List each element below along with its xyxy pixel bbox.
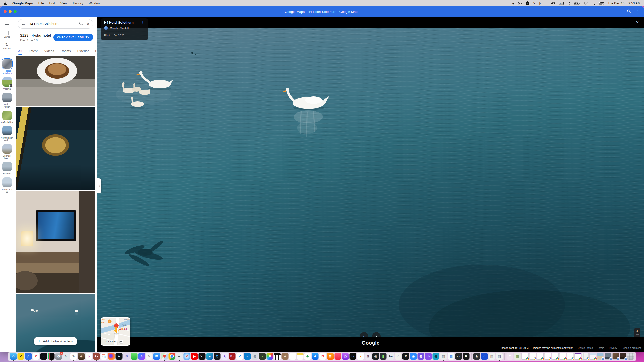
dock-gauge-app[interactable]: ◔: [40, 353, 47, 360]
rail-place-rennes[interactable]: Rennes: [0, 162, 14, 175]
shortcuts-clock-icon[interactable]: ✓: [518, 2, 522, 5]
dock-home-app[interactable]: ⌂: [481, 353, 488, 360]
photo-of-swans[interactable]: [97, 28, 644, 337]
dock-transit-app[interactable]: ✚: [304, 353, 311, 360]
dock-messenger[interactable]: ϟ: [138, 353, 145, 360]
tab-all[interactable]: All: [18, 47, 22, 55]
dock-console-app[interactable]: ▮: [380, 353, 387, 360]
footer-link-terms[interactable]: Terms: [597, 347, 604, 349]
search-input[interactable]: H4 Hotel Solothurn: [29, 22, 76, 26]
dock-chrome-window-5[interactable]: [552, 353, 559, 360]
dock-apple-tv[interactable]: tv: [350, 353, 356, 360]
battery-icon[interactable]: [574, 1, 580, 5]
dock-usb-utility[interactable]: ψ: [86, 353, 92, 360]
search-box[interactable]: ← H4 Hotel Solothurn ×: [18, 19, 93, 29]
dock-mail[interactable]: ✉: [153, 353, 160, 360]
input-source-icon[interactable]: Aa: [559, 1, 564, 5]
clear-search-icon[interactable]: ×: [87, 22, 89, 26]
dock-print-center[interactable]: ▥: [448, 353, 455, 360]
tab-videos[interactable]: Videos: [44, 47, 54, 55]
dock-statue-app[interactable]: ♞: [473, 353, 480, 360]
dock-chrome-window-7[interactable]: [567, 353, 574, 360]
dock-firefox[interactable]: [108, 353, 115, 360]
dock-bluetooth-app[interactable]: β: [25, 353, 32, 360]
tab-latest[interactable]: Latest: [29, 47, 38, 55]
window-titlebar[interactable]: Google Maps - H4 Hotel Solothurn - Googl…: [0, 6, 644, 17]
zoom-in-button[interactable]: +: [634, 328, 640, 334]
back-icon[interactable]: ←: [21, 21, 26, 26]
dock-font-book[interactable]: Aa: [387, 353, 394, 360]
dock-missing-shortcut[interactable]: ?: [507, 353, 513, 360]
dock-books[interactable]: ≣: [327, 353, 334, 360]
page-zoom-icon[interactable]: [627, 9, 631, 14]
dock-photo-window-bottles[interactable]: [620, 353, 627, 360]
add-photos-button[interactable]: + Add photos & videos: [33, 337, 77, 345]
dock-youtube[interactable]: ▶: [191, 353, 198, 360]
dock-disc-app[interactable]: ◎: [252, 353, 258, 360]
rail-place-virginia[interactable]: 2Virginia: [0, 77, 14, 90]
control-center-icon[interactable]: [599, 1, 604, 5]
dock-chrome-sheet-window-1[interactable]: [575, 353, 581, 360]
menu-window[interactable]: Window: [89, 1, 100, 5]
dock-webcam-app[interactable]: ◉: [433, 353, 439, 360]
dock-star-app[interactable]: ★: [221, 353, 228, 360]
rail-place-bormes-les[interactable]: Bormes-les-…: [0, 144, 14, 160]
dock-vlc[interactable]: ▲: [357, 353, 364, 360]
wifi-icon[interactable]: [584, 1, 588, 5]
close-window-button[interactable]: [4, 10, 7, 13]
menu-file[interactable]: File: [38, 1, 44, 5]
dock-chrome[interactable]: [169, 353, 175, 360]
dock-printer-3[interactable]: ▤: [496, 353, 503, 360]
dock-photo-window-frames[interactable]: [612, 353, 619, 360]
rail-place-oxfordshire[interactable]: Oxfordshire: [0, 111, 14, 124]
dock-calendar[interactable]: DEC10: [101, 353, 107, 360]
dock-v-app[interactable]: V: [236, 353, 243, 360]
dock-notes[interactable]: [297, 353, 304, 360]
rail-place-h4-hotel-solothurn[interactable]: H4 Hotel Solothurn: [0, 59, 14, 75]
footer-link-united-states[interactable]: United States: [578, 347, 593, 349]
dock-z-app[interactable]: Z: [33, 353, 39, 360]
dock-engraving-app[interactable]: ♜: [365, 353, 372, 360]
dock-printer-2[interactable]: ▤: [489, 353, 495, 360]
tab-food[interactable]: Food: [95, 47, 97, 55]
browser-menu-icon[interactable]: ⋮: [636, 10, 640, 14]
dock-diagnostics-app[interactable]: ∿: [63, 353, 70, 360]
dock-lens-app[interactable]: ◎: [418, 353, 424, 360]
rail-place-northumberland[interactable]: Northumberland…: [0, 126, 14, 142]
photo-author[interactable]: Claudio Santulli: [110, 27, 129, 30]
menu-history[interactable]: History: [73, 1, 83, 5]
dock-edge[interactable]: e: [206, 353, 213, 360]
dock-system-settings[interactable]: ⚙1: [55, 353, 62, 360]
search-icon[interactable]: [79, 22, 83, 26]
dock-blue-window[interactable]: [590, 353, 596, 360]
dock-chrome-window-4[interactable]: [544, 353, 551, 360]
dock-kindle[interactable]: ☻: [116, 353, 123, 360]
dock-scanner-app[interactable]: ▭: [455, 353, 462, 360]
dock-google-maps[interactable]: [161, 353, 168, 360]
dock-reminders[interactable]: ≡: [289, 353, 296, 360]
dock-gimp[interactable]: ☺: [395, 353, 402, 360]
footer-link-report-a-problem[interactable]: Report a problem: [622, 347, 641, 349]
photo-thumb-coffee[interactable]: [16, 56, 95, 106]
minimize-window-button[interactable]: [9, 10, 12, 13]
fullscreen-window-button[interactable]: [14, 10, 17, 13]
usb-icon[interactable]: ψ: [539, 1, 541, 5]
dock-news[interactable]: N: [319, 353, 326, 360]
tab-rooms[interactable]: Rooms: [61, 47, 71, 55]
dock-audio-app[interactable]: ıılı: [425, 353, 432, 360]
dock-quicktime[interactable]: Q: [214, 353, 221, 360]
dock-vinyl-app[interactable]: ◉: [372, 353, 379, 360]
bluetooth-icon[interactable]: [568, 1, 570, 5]
dock-portrait-app[interactable]: ☻: [78, 353, 85, 360]
tab-exterior[interactable]: Exterior: [77, 47, 89, 55]
dock-check-app[interactable]: ✓: [18, 353, 24, 360]
hotel-dates[interactable]: Dec 15 – 16: [20, 38, 38, 42]
dock-textedit-app[interactable]: ✎: [70, 353, 77, 360]
lightning-icon[interactable]: ϟ: [533, 1, 535, 5]
audio-levels-icon[interactable]: |||: [526, 1, 529, 5]
dock-podcasts[interactable]: ◎: [342, 353, 349, 360]
dock-app-store[interactable]: A: [312, 353, 319, 360]
dock-finder[interactable]: ☺: [10, 353, 17, 360]
volume-icon[interactable]: [551, 1, 555, 5]
dock-printer-utility[interactable]: ▤: [440, 353, 447, 360]
